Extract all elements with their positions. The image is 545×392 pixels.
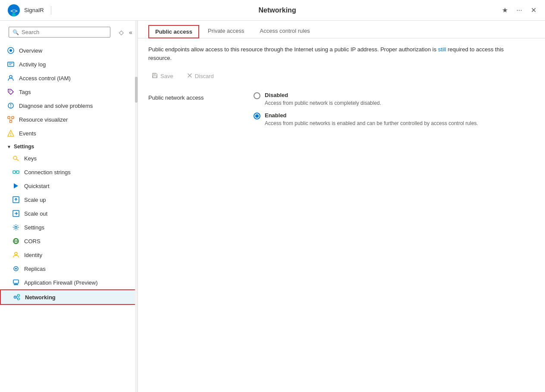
sidebar-item-diagnose[interactable]: Diagnose and solve problems xyxy=(0,99,138,113)
app-logo: <> SignalR xyxy=(7,3,44,17)
radio-enabled-description: Access from public networks is enabled a… xyxy=(265,120,478,127)
sidebar-item-settings[interactable]: Settings xyxy=(0,220,138,234)
diagnose-icon xyxy=(7,102,15,110)
svg-point-2 xyxy=(12,13,16,16)
replicas-icon xyxy=(12,265,20,273)
main-layout: 🔍 ◇ « Overview Activity log Access c xyxy=(0,21,545,392)
radio-enabled-content: Enabled Access from public networks is e… xyxy=(265,112,478,127)
radio-option-enabled[interactable]: Enabled Access from public networks is e… xyxy=(254,112,478,127)
settings-icon xyxy=(12,223,20,231)
scale-out-icon xyxy=(12,210,20,217)
filter-button[interactable]: ◇ xyxy=(117,27,125,38)
sidebar-item-identity[interactable]: Identity xyxy=(0,248,138,262)
svg-line-46 xyxy=(16,298,18,298)
tab-private-access[interactable]: Private access xyxy=(201,24,251,38)
sidebar-item-scale-out[interactable]: Scale out xyxy=(0,207,138,220)
firewall-icon xyxy=(12,279,20,286)
signalr-logo-icon: <> xyxy=(7,3,21,17)
discard-button[interactable]: Discard xyxy=(184,71,217,81)
sidebar-item-label: Scale out xyxy=(24,210,47,217)
sidebar-item-label: Access control (IAM) xyxy=(19,75,71,82)
scrollbar-thumb[interactable] xyxy=(135,77,138,103)
description-text: Public endpoints allow access to this re… xyxy=(148,45,519,62)
svg-point-31 xyxy=(15,226,17,229)
scale-up-icon xyxy=(12,196,20,204)
sidebar-item-label: Diagnose and solve problems xyxy=(19,103,93,109)
svg-rect-24 xyxy=(13,171,16,173)
top-bar-actions: ★ ··· ✕ xyxy=(500,4,538,16)
connection-strings-icon xyxy=(12,168,20,176)
svg-point-44 xyxy=(18,298,20,300)
radio-disabled-input[interactable] xyxy=(254,92,260,99)
sidebar-item-cors[interactable]: CORS xyxy=(0,234,138,248)
sidebar-item-label: Scale up xyxy=(24,197,46,203)
svg-point-37 xyxy=(15,268,17,270)
svg-rect-25 xyxy=(16,171,19,173)
app-name: SignalR xyxy=(24,7,44,13)
close-button[interactable]: ✕ xyxy=(529,4,538,16)
content-tabs: Public access Private access Access cont… xyxy=(138,21,545,38)
sidebar-item-activity-log[interactable]: Activity log xyxy=(0,57,138,71)
content-body: Public endpoints allow access to this re… xyxy=(138,38,545,392)
radio-disabled-description: Access from public network is completely… xyxy=(265,100,381,107)
sidebar-item-label: Identity xyxy=(24,252,42,258)
keys-icon xyxy=(12,154,20,162)
search-icon: 🔍 xyxy=(13,29,19,35)
radio-enabled-input[interactable] xyxy=(254,113,260,119)
form-row-public-network-access: Public network access Disabled Access fr… xyxy=(148,92,535,127)
sidebar-item-label: Tags xyxy=(19,89,31,95)
save-button[interactable]: Save xyxy=(148,71,177,82)
toolbar: Save Discard xyxy=(148,71,535,82)
favorite-button[interactable]: ★ xyxy=(500,4,510,16)
top-bar: <> SignalR Networking ★ ··· ✕ xyxy=(0,0,545,21)
svg-rect-14 xyxy=(12,116,14,119)
search-input[interactable] xyxy=(22,29,106,35)
sidebar-item-visualizer[interactable]: Resource visualizer xyxy=(0,113,138,126)
divider xyxy=(51,6,51,15)
sidebar: 🔍 ◇ « Overview Activity log Access c xyxy=(0,21,138,392)
tab-public-access[interactable]: Public access xyxy=(148,25,199,38)
sidebar-item-tags[interactable]: Tags xyxy=(0,85,138,99)
sidebar-item-networking[interactable]: Networking xyxy=(0,289,138,305)
sidebar-item-replicas[interactable]: Replicas xyxy=(0,262,138,276)
svg-point-4 xyxy=(9,49,12,52)
svg-point-9 xyxy=(9,91,10,91)
svg-point-8 xyxy=(9,75,12,78)
tab-access-control-rules[interactable]: Access control rules xyxy=(253,24,317,38)
svg-point-20 xyxy=(10,135,11,136)
save-icon xyxy=(152,72,158,80)
svg-rect-13 xyxy=(8,116,10,119)
sidebar-item-keys[interactable]: Keys xyxy=(0,151,138,165)
identity-icon xyxy=(12,251,20,259)
sidebar-item-label: Settings xyxy=(24,224,44,231)
sidebar-item-connection-strings[interactable]: Connection strings xyxy=(0,165,138,179)
svg-line-45 xyxy=(16,296,18,297)
sidebar-item-scale-up[interactable]: Scale up xyxy=(0,193,138,207)
discard-icon xyxy=(187,73,192,79)
radio-disabled-label: Disabled xyxy=(265,92,381,98)
sidebar-item-label: Application Firewall (Preview) xyxy=(24,279,98,286)
quickstart-icon xyxy=(12,182,20,190)
sidebar-item-app-firewall[interactable]: Application Firewall (Preview) xyxy=(0,276,138,289)
sidebar-item-label: Quickstart xyxy=(24,183,50,189)
settings-section-header[interactable]: ▼ Settings xyxy=(0,140,138,151)
svg-rect-39 xyxy=(14,284,18,285)
overview-icon xyxy=(7,47,15,54)
sidebar-item-label: Events xyxy=(19,130,36,137)
svg-rect-48 xyxy=(153,76,157,78)
sidebar-item-label: Replicas xyxy=(24,266,46,272)
iam-icon xyxy=(7,74,15,82)
sidebar-item-quickstart[interactable]: Quickstart xyxy=(0,179,138,193)
description-link[interactable]: still xyxy=(438,46,446,53)
svg-rect-38 xyxy=(13,280,19,283)
sidebar-item-iam[interactable]: Access control (IAM) xyxy=(0,71,138,85)
settings-section-label: Settings xyxy=(14,144,34,150)
sidebar-item-overview[interactable]: Overview xyxy=(0,44,138,57)
radio-option-disabled[interactable]: Disabled Access from public network is c… xyxy=(254,92,478,107)
sidebar-item-label: Overview xyxy=(19,47,42,54)
sidebar-item-label: CORS xyxy=(24,238,41,245)
more-button[interactable]: ··· xyxy=(515,5,524,16)
sidebar-item-label: Connection strings xyxy=(24,169,71,176)
collapse-button[interactable]: « xyxy=(127,27,134,38)
sidebar-item-events[interactable]: Events xyxy=(0,126,138,140)
